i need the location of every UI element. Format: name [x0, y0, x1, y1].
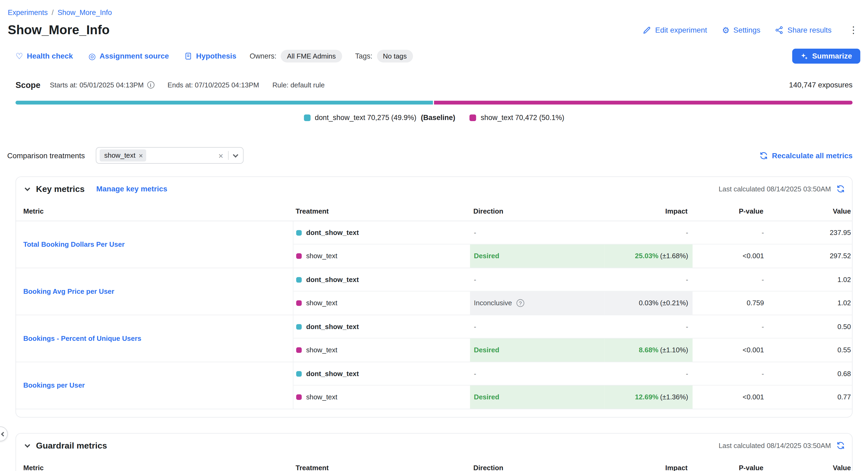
guardrail-table-header: Metric Treatment Direction Impact P-valu…	[16, 458, 852, 471]
metric-link[interactable]: Bookings per User	[23, 382, 85, 390]
breadcrumb: Experiments / Show_More_Info	[8, 8, 860, 16]
exposure-bar-baseline-segment	[16, 101, 433, 104]
summarize-button[interactable]: Summarize	[792, 49, 861, 64]
metric-value: 0.55	[837, 346, 851, 354]
guardrail-metrics-title: Guardrail metrics	[36, 440, 107, 450]
metric-group: Total Booking Dollars Per User dont_show…	[16, 221, 852, 268]
key-metrics-refresh-button[interactable]	[836, 185, 845, 193]
edit-experiment-button[interactable]: Edit experiment	[643, 26, 707, 34]
kebab-menu-button[interactable]: ⋮	[846, 24, 861, 36]
impact-cell: 0.03%(±0.21%)	[604, 291, 692, 315]
direction-cell: Desired	[470, 385, 605, 409]
settings-button[interactable]: ⚙ Settings	[722, 26, 760, 34]
breadcrumb-current-link[interactable]: Show_More_Info	[58, 8, 112, 16]
metric-link[interactable]: Booking Avg Price per User	[23, 288, 114, 295]
treatment-cell: dont_show_text	[293, 221, 470, 244]
refresh-icon	[760, 151, 768, 160]
table-row-baseline: dont_show_text - - - 1.02	[293, 268, 852, 291]
chevron-down-icon[interactable]	[233, 152, 239, 157]
pvalue-value: <0.001	[743, 393, 764, 401]
comparison-treatments-row: Comparison treatments show_text × × Reca…	[7, 147, 852, 164]
recalculate-all-metrics-button[interactable]: Recalculate all metrics	[760, 151, 853, 160]
legend-baseline-text: dont_show_text 70,275 (49.9%)	[315, 113, 416, 122]
tags-label: Tags:	[355, 52, 372, 60]
info-icon[interactable]: i	[147, 81, 154, 89]
treatment-cell: show_text	[293, 338, 470, 362]
gear-icon: ⚙	[722, 26, 730, 34]
collapse-chevron-icon[interactable]	[25, 185, 30, 191]
metric-name-cell: Bookings per User	[16, 362, 293, 409]
treatment-name: show_text	[306, 393, 337, 401]
assignment-source-link[interactable]: ◎ Assignment source	[89, 52, 169, 60]
pvalue-value: -	[762, 323, 764, 330]
scope-title: Scope	[16, 80, 40, 90]
impact-cell: -	[604, 268, 692, 291]
select-separator	[228, 151, 229, 160]
share-results-label: Share results	[787, 26, 832, 34]
column-header-direction: Direction	[470, 464, 604, 471]
hypothesis-label: Hypothesis	[196, 52, 237, 60]
treatment-color-swatch	[296, 324, 302, 329]
direction-value: -	[474, 323, 476, 330]
treatment-name: dont_show_text	[306, 370, 359, 377]
key-metrics-last-calculated: Last calculated 08/14/2025 03:50AM	[719, 185, 831, 193]
key-metrics-card: Key metrics Manage key metrics Last calc…	[16, 176, 852, 417]
value-cell: 0.68	[766, 362, 852, 385]
direction-value: Desired	[474, 393, 499, 401]
metric-value: 237.95	[830, 229, 851, 237]
tags-chip[interactable]: No tags	[377, 50, 413, 63]
select-clear-icon[interactable]: ×	[218, 151, 223, 160]
collapse-chevron-icon[interactable]	[25, 442, 30, 447]
hypothesis-link[interactable]: Hypothesis	[184, 52, 236, 60]
impact-value: 8.68%	[639, 346, 658, 354]
treatment-color-swatch	[296, 371, 302, 376]
pencil-icon	[643, 26, 651, 34]
bullseye-icon: ◎	[89, 52, 96, 60]
direction-cell: -	[470, 221, 605, 244]
legend-baseline: dont_show_text 70,275 (49.9%) (Baseline)	[304, 113, 455, 122]
question-icon[interactable]: ?	[517, 299, 524, 307]
pvalue-cell: 0.759	[692, 291, 766, 315]
metric-name-cell: Bookings - Percent of Unique Users	[16, 315, 293, 362]
summarize-label: Summarize	[812, 52, 852, 60]
treatment-cell: show_text	[293, 291, 470, 315]
health-check-link[interactable]: ♡ Health check	[16, 52, 73, 60]
impact-cell: 8.68%(±1.10%)	[604, 338, 692, 362]
impact-cell: 12.69%(±1.36%)	[604, 385, 692, 409]
treatment-color-swatch	[296, 277, 302, 282]
exposure-split-bar	[16, 101, 852, 104]
sidebar-toggle[interactable]	[0, 426, 8, 441]
health-check-label: Health check	[27, 52, 73, 60]
metric-link[interactable]: Total Booking Dollars Per User	[23, 241, 125, 248]
legend-baseline-suffix: (Baseline)	[421, 113, 456, 122]
owners-chip[interactable]: All FME Admins	[281, 50, 342, 63]
impact-value: 12.69%	[635, 393, 658, 401]
value-cell: 297.52	[766, 244, 852, 268]
chip-remove-icon[interactable]: ×	[138, 152, 143, 159]
treatment-cell: dont_show_text	[293, 315, 470, 338]
column-header-value: Value	[766, 207, 852, 215]
pvalue-cell: -	[692, 221, 766, 244]
treatment-name: show_text	[306, 299, 337, 307]
table-row-treatment: show_text Desired 25.03%(±1.68%) <0.001 …	[293, 244, 852, 268]
selected-treatment-chip[interactable]: show_text ×	[100, 149, 146, 162]
impact-confidence-interval: (±1.36%)	[660, 393, 688, 401]
guardrail-refresh-button[interactable]	[836, 441, 845, 449]
table-row-baseline: dont_show_text - - - 237.95	[293, 221, 852, 244]
impact-cell: 25.03%(±1.68%)	[604, 244, 692, 268]
direction-value: Inconclusive	[474, 299, 512, 307]
treatment-cell: show_text	[293, 244, 470, 268]
treatment-name: dont_show_text	[306, 229, 359, 237]
column-header-metric: Metric	[16, 207, 293, 215]
metric-link[interactable]: Bookings - Percent of Unique Users	[23, 335, 141, 342]
manage-key-metrics-link[interactable]: Manage key metrics	[96, 185, 167, 193]
pvalue-cell: -	[692, 315, 766, 338]
breadcrumb-experiments-link[interactable]: Experiments	[8, 8, 48, 16]
column-header-treatment: Treatment	[293, 207, 470, 215]
share-results-button[interactable]: Share results	[775, 26, 832, 34]
treatment-name: dont_show_text	[306, 276, 359, 283]
impact-cell: -	[604, 362, 692, 385]
refresh-icon	[836, 185, 845, 193]
pvalue-value: <0.001	[743, 252, 764, 260]
comparison-treatments-select[interactable]: show_text × ×	[96, 147, 244, 164]
